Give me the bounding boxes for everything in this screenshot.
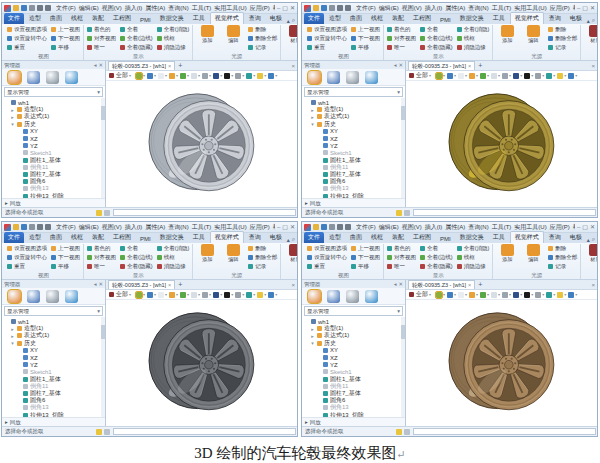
- expander-icon[interactable]: ▸: [310, 333, 315, 339]
- ribbon-big-button[interactable]: 添加: [496, 25, 518, 52]
- light-sun-icon[interactable]: [469, 73, 475, 79]
- ribbon-button[interactable]: 唯一: [87, 44, 116, 51]
- tree-item[interactable]: 圆柱7_基体: [4, 171, 101, 178]
- ribbon-button[interactable]: 着色的: [87, 26, 116, 33]
- ribbon-big-button[interactable]: 添加: [196, 25, 218, 52]
- ribbon-button[interactable]: 平移: [51, 44, 80, 51]
- entity-filter[interactable]: 全部 ▾: [409, 71, 431, 80]
- tree-item[interactable]: ▾历史: [4, 121, 101, 128]
- echo-icon[interactable]: [404, 429, 410, 435]
- command-input[interactable]: [113, 209, 296, 216]
- ribbon-tab-1[interactable]: 曲面: [46, 232, 66, 243]
- ribbon-button[interactable]: 对齐视图: [87, 35, 116, 42]
- close-document-icon[interactable]: ×: [591, 63, 595, 69]
- visual-style-globe-icon[interactable]: [8, 290, 21, 303]
- close-document-icon[interactable]: ×: [591, 282, 595, 288]
- black-swatch-icon[interactable]: [524, 292, 530, 298]
- ribbon-button[interactable]: 全着(边线): [420, 254, 453, 261]
- ribbon-button[interactable]: 消隐边缘: [157, 263, 190, 270]
- tree-item[interactable]: ▸造型(1): [4, 325, 101, 332]
- material-cube-icon[interactable]: [480, 292, 486, 298]
- tree-item[interactable]: 圆角6: [304, 178, 401, 185]
- tree-item[interactable]: XY: [4, 347, 101, 354]
- ribbon-button[interactable]: 线框: [157, 254, 190, 261]
- tree-item[interactable]: Sketch1: [4, 368, 101, 375]
- collapse-panel-icon[interactable]: ◂: [94, 281, 97, 287]
- close-icon[interactable]: ✕: [590, 5, 595, 12]
- new-tab-button[interactable]: +: [478, 62, 482, 69]
- tree-item[interactable]: 倒角11: [304, 164, 401, 171]
- expander-icon[interactable]: ▸: [310, 326, 315, 332]
- ribbon-tab-1[interactable]: 曲面: [346, 13, 366, 24]
- ribbon-tab-10[interactable]: 电极: [266, 232, 286, 243]
- ribbon-button[interactable]: 全着: [420, 245, 453, 252]
- undo-icon[interactable]: [337, 224, 343, 230]
- section-frame-icon[interactable]: [191, 73, 197, 79]
- help-icon[interactable]: ?: [297, 236, 298, 243]
- ribbon-tab-8[interactable]: 视觉样式: [510, 12, 544, 24]
- tree-item[interactable]: ▸造型(1): [304, 106, 401, 113]
- yellow-tool-icon[interactable]: [557, 73, 563, 79]
- ribbon-button[interactable]: 着色的: [87, 245, 116, 252]
- tree-item[interactable]: ▸表达式(1): [4, 113, 101, 120]
- ribbon-button[interactable]: 记录: [248, 263, 277, 270]
- ribbon-tab-6[interactable]: 数据交换: [156, 232, 188, 243]
- ribbon-big-button[interactable]: 编辑: [522, 244, 544, 271]
- expander-icon[interactable]: ▸: [10, 333, 15, 339]
- close-document-icon[interactable]: ×: [291, 282, 295, 288]
- maximize-icon[interactable]: ▢: [582, 5, 588, 12]
- expander-icon[interactable]: ▸: [310, 114, 315, 120]
- ribbon-tab-3[interactable]: 装配: [388, 232, 408, 243]
- teal-style-icon[interactable]: [546, 73, 552, 79]
- command-input[interactable]: [413, 209, 596, 216]
- tree-item[interactable]: YZ: [4, 142, 101, 149]
- tree-filter-dropdown[interactable]: 显示管理 ▾: [304, 306, 403, 316]
- ribbon-big-button[interactable]: 材质: [584, 244, 598, 271]
- entity-filter[interactable]: 全部 ▾: [109, 71, 131, 80]
- close-icon[interactable]: ✕: [590, 224, 595, 231]
- ribbon-button[interactable]: 全着: [120, 26, 153, 33]
- open-icon[interactable]: [329, 224, 335, 230]
- gray-swatch-icon[interactable]: [235, 292, 241, 298]
- ribbon-button[interactable]: 重置: [7, 44, 47, 51]
- tree-item[interactable]: 拉伸13_切除: [4, 192, 101, 198]
- document-tab[interactable]: 轮毂-00935.Z3 - [wh1] ×: [108, 280, 175, 289]
- light-sun-icon[interactable]: [469, 292, 475, 298]
- material-cube-icon[interactable]: [180, 73, 186, 79]
- ribbon-tab-10[interactable]: 电极: [566, 13, 586, 24]
- close-panel-icon[interactable]: ✕: [398, 281, 403, 287]
- expander-icon[interactable]: ▸: [10, 326, 15, 332]
- ribbon-button[interactable]: 删除全部: [548, 35, 577, 42]
- tree-item[interactable]: 拉伸13_切除: [304, 411, 401, 417]
- collapse-panel-icon[interactable]: ◂: [394, 62, 397, 68]
- ribbon-button[interactable]: 删除: [548, 26, 577, 33]
- ribbon-button[interactable]: 删除全部: [248, 254, 277, 261]
- replay-section[interactable]: ▸ 回放: [2, 417, 105, 426]
- close-panel-icon[interactable]: ✕: [98, 281, 103, 287]
- view-glasses-icon[interactable]: [346, 290, 359, 303]
- ribbon-button[interactable]: 全着(隐藏): [120, 263, 153, 270]
- ribbon-button[interactable]: 设置旋转中心: [307, 35, 347, 42]
- echo-icon[interactable]: [104, 210, 110, 216]
- section-frame-icon[interactable]: [491, 292, 497, 298]
- model-canvas[interactable]: [106, 300, 297, 426]
- yellow-tool-icon[interactable]: [257, 292, 263, 298]
- minimize-icon[interactable]: –: [277, 224, 280, 231]
- visual-style-globe-icon[interactable]: [308, 290, 321, 303]
- tree-item[interactable]: XY: [4, 128, 101, 135]
- view-glasses-icon[interactable]: [46, 71, 59, 84]
- tree-item[interactable]: 圆柱7_基体: [4, 390, 101, 397]
- shade-mode-icon[interactable]: [436, 292, 442, 298]
- open-icon[interactable]: [29, 5, 35, 11]
- tree-item[interactable]: ▸表达式(1): [304, 113, 401, 120]
- new-tab-button[interactable]: +: [178, 281, 182, 288]
- undo-icon[interactable]: [37, 224, 43, 230]
- wireframe-icon[interactable]: [158, 292, 164, 298]
- new-icon[interactable]: [313, 5, 319, 11]
- ribbon-big-button[interactable]: 材质: [284, 25, 298, 52]
- ribbon-tab-9[interactable]: 查询: [245, 232, 265, 243]
- ribbon-button[interactable]: 设置视图选项: [307, 26, 347, 33]
- tree-item[interactable]: 圆柱7_基体: [304, 171, 401, 178]
- tree-item[interactable]: wh1: [304, 99, 401, 106]
- tree-item[interactable]: ▸表达式(1): [4, 332, 101, 339]
